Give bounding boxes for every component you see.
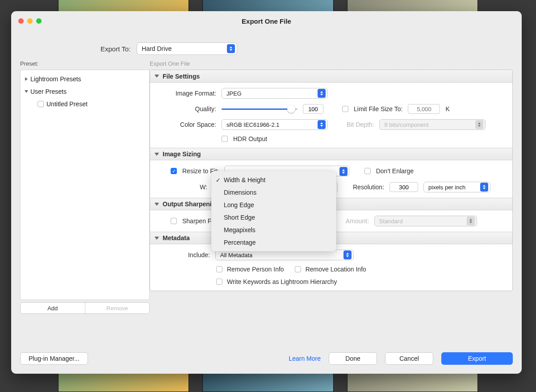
bit-depth-select: 8 bits/component [379, 119, 486, 130]
popup-item-dimensions[interactable]: Dimensions [211, 186, 336, 199]
bit-depth-label: Bit Depth: [347, 121, 374, 128]
disclosure-down-icon [155, 75, 159, 78]
preset-untitled-checkbox[interactable] [38, 101, 44, 107]
hdr-label: HDR Output [233, 135, 267, 142]
preset-lightroom-group[interactable]: Lightroom Presets [22, 73, 147, 85]
disclosure-right-icon [25, 77, 28, 81]
resize-checkbox[interactable] [171, 168, 177, 174]
quality-input[interactable] [303, 104, 323, 114]
popup-item-long-edge[interactable]: Long Edge [211, 199, 336, 211]
popup-item-megapixels[interactable]: Megapixels [211, 224, 336, 236]
stepper-icon [318, 89, 326, 98]
include-value: All Metadata [220, 252, 252, 259]
image-sizing-label: Image Sizing [163, 150, 201, 158]
preset-lightroom-label: Lightroom Presets [30, 75, 81, 83]
file-settings-header[interactable]: File Settings [150, 70, 512, 83]
preset-user-group[interactable]: User Presets [22, 85, 147, 98]
export-button[interactable]: Export [441, 352, 513, 365]
resolution-label: Resolution: [353, 183, 384, 191]
image-format-value: JPEG [226, 90, 242, 97]
metadata-label: Metadata [163, 234, 190, 242]
resolution-unit-select[interactable]: pixels per inch [423, 182, 490, 192]
preset-add-button[interactable]: Add [21, 303, 85, 313]
color-space-value: sRGB IEC61966-2.1 [226, 121, 280, 128]
limit-size-unit: K [445, 105, 449, 113]
export-to-value: Hard Drive [142, 45, 172, 52]
bit-depth-value: 8 bits/component [384, 121, 428, 128]
w-label: W: [158, 183, 207, 191]
resolution-unit-value: pixels per inch [428, 184, 465, 191]
window-title: Export One File [11, 17, 522, 25]
stepper-icon [475, 120, 483, 129]
stepper-icon [343, 250, 352, 259]
remove-person-label: Remove Person Info [227, 266, 284, 273]
stepper-icon [480, 183, 488, 192]
plugin-manager-button[interactable]: Plug-in Manager... [20, 352, 88, 365]
limit-size-input[interactable] [408, 104, 440, 114]
file-settings-body: Image Format: JPEG Quality: Limit File S… [150, 83, 512, 148]
disclosure-down-icon [155, 153, 159, 156]
image-sizing-header[interactable]: Image Sizing [150, 148, 512, 160]
stepper-icon [467, 217, 475, 225]
export-to-select[interactable]: Hard Drive [137, 42, 237, 55]
amount-value: Standard [379, 218, 403, 225]
quality-slider[interactable] [222, 104, 297, 113]
preset-user-label: User Presets [30, 88, 67, 95]
stepper-icon [227, 44, 235, 53]
write-keywords-label: Write Keywords as Lightroom Hierarchy [227, 278, 337, 285]
popup-item-percentage[interactable]: Percentage [211, 236, 336, 249]
resize-mode-popup[interactable]: Width & Height Dimensions Long Edge Shor… [211, 171, 336, 251]
resolution-input[interactable] [389, 182, 418, 192]
limit-size-checkbox[interactable] [342, 106, 348, 112]
footer: Plug-in Manager... Learn More Done Cance… [20, 352, 513, 365]
quality-label: Quality: [158, 105, 216, 113]
popup-item-short-edge[interactable]: Short Edge [211, 211, 336, 224]
popup-item-width-height[interactable]: Width & Height [211, 174, 336, 186]
dont-enlarge-checkbox[interactable] [364, 168, 371, 174]
color-space-select[interactable]: sRGB IEC61966-2.1 [222, 119, 328, 130]
limit-size-label: Limit File Size To: [354, 105, 402, 113]
preset-header: Preset: [20, 60, 150, 67]
export-to-label: Export To: [100, 45, 130, 53]
amount-select: Standard [374, 216, 477, 226]
hdr-checkbox[interactable] [222, 136, 228, 142]
output-sharpening-label: Output Sharpening [163, 200, 219, 208]
stepper-icon [339, 167, 348, 176]
export-sheet: Export One File Export To: Hard Drive Pr… [11, 11, 522, 374]
remove-person-checkbox[interactable] [216, 266, 222, 272]
stepper-icon [318, 120, 326, 129]
image-format-select[interactable]: JPEG [222, 88, 328, 99]
preset-untitled-row[interactable]: Untitled Preset [22, 98, 147, 110]
preset-untitled-label: Untitled Preset [46, 100, 88, 108]
sharpen-checkbox[interactable] [171, 218, 177, 224]
remove-location-label: Remove Location Info [306, 266, 366, 273]
color-space-label: Color Space: [158, 121, 216, 128]
amount-label: Amount: [346, 217, 369, 225]
export-hint: Export One File [150, 60, 513, 67]
preset-tree[interactable]: Lightroom Presets User Presets Untitled … [20, 70, 150, 300]
disclosure-down-icon [155, 203, 159, 206]
disclosure-down-icon [25, 90, 28, 93]
file-settings-label: File Settings [163, 73, 200, 80]
preset-add-remove: Add Remove [20, 302, 150, 314]
learn-more-link[interactable]: Learn More [289, 355, 321, 362]
disclosure-down-icon [155, 237, 159, 240]
write-keywords-checkbox[interactable] [216, 279, 222, 285]
dont-enlarge-label: Don't Enlarge [376, 167, 414, 175]
cancel-button[interactable]: Cancel [385, 352, 433, 365]
preset-remove-button: Remove [85, 303, 150, 313]
preset-column: Preset: Lightroom Presets User Presets U… [20, 60, 150, 314]
image-format-label: Image Format: [158, 90, 216, 97]
include-label: Include: [158, 251, 210, 259]
export-to-row: Export To: Hard Drive [100, 42, 237, 55]
remove-location-checkbox[interactable] [295, 266, 301, 272]
done-button[interactable]: Done [329, 352, 377, 365]
